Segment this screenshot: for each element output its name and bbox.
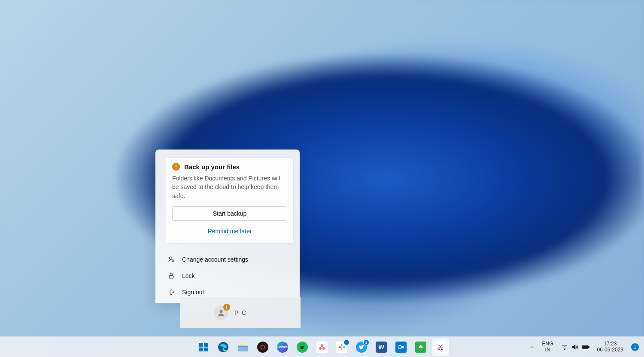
svg-point-23 xyxy=(564,349,565,349)
start-backup-button[interactable]: Start backup xyxy=(172,206,287,221)
datetime[interactable]: 17:23 06-06-2023 xyxy=(594,339,627,356)
backup-card: Back up your files Folders like Document… xyxy=(166,157,294,244)
folder-icon xyxy=(237,342,249,352)
start-button[interactable] xyxy=(195,339,212,356)
svg-point-13 xyxy=(319,347,322,350)
svg-point-19 xyxy=(398,345,401,349)
svg-point-8 xyxy=(218,342,228,352)
canva-icon[interactable]: Canva xyxy=(274,339,291,356)
svg-rect-6 xyxy=(199,348,203,351)
user-settings-icon xyxy=(167,256,175,263)
lang-top: ENG xyxy=(542,341,553,347)
svg-rect-5 xyxy=(204,343,208,347)
date-text: 06-06-2023 xyxy=(597,347,623,353)
svg-point-12 xyxy=(321,344,323,347)
file-explorer-icon[interactable] xyxy=(234,339,252,356)
system-tray: ENG IN 17:23 06-06-2023 1 xyxy=(526,337,642,357)
backup-title: Back up your files xyxy=(184,163,240,171)
svg-point-3 xyxy=(220,310,223,313)
outlook-app-icon xyxy=(395,342,407,353)
svg-rect-25 xyxy=(588,346,589,348)
asana-icon[interactable] xyxy=(313,339,331,356)
user-name: P C xyxy=(234,309,247,316)
svg-rect-16 xyxy=(343,346,345,348)
spotify-app-icon xyxy=(297,342,308,353)
user-menu-popup: Back up your files Folders like Document… xyxy=(155,150,300,303)
svg-rect-2 xyxy=(169,275,173,278)
user-avatar: ! xyxy=(214,305,228,320)
chevron-up-icon xyxy=(529,345,535,350)
canva-app-icon: Canva xyxy=(277,342,288,353)
circle-app-icon xyxy=(257,342,268,353)
svg-point-14 xyxy=(322,347,325,350)
system-icons[interactable] xyxy=(558,339,593,356)
feedly-app-icon xyxy=(415,342,426,353)
remind-later-button[interactable]: Remind me later xyxy=(172,225,287,237)
svg-rect-18 xyxy=(339,346,341,348)
svg-point-11 xyxy=(261,345,264,349)
slack-icon[interactable] xyxy=(333,339,350,356)
edge-browser-icon xyxy=(218,342,229,353)
menu-label: Sign out xyxy=(182,289,204,296)
change-account-settings-item[interactable]: Change account settings xyxy=(155,251,300,268)
svg-rect-20 xyxy=(401,346,404,348)
snip-app-icon xyxy=(435,342,446,353)
backup-header: Back up your files xyxy=(172,163,287,171)
backup-description: Folders like Documents and Pictures will… xyxy=(172,174,287,200)
time-text: 17:23 xyxy=(604,341,617,347)
avatar-warning-badge: ! xyxy=(223,304,230,311)
taskbar-center: Canva xyxy=(195,339,449,356)
user-footer[interactable]: ! P C xyxy=(180,297,301,328)
battery-icon xyxy=(582,344,589,350)
notif-badge: 1 xyxy=(631,343,639,351)
speaker-icon xyxy=(571,344,578,351)
svg-rect-26 xyxy=(583,346,588,348)
badge-icon xyxy=(343,339,349,345)
edge-icon[interactable] xyxy=(215,339,232,356)
notification-center[interactable]: 1 xyxy=(628,339,642,356)
language-indicator[interactable]: ENG IN xyxy=(539,339,557,356)
wifi-icon xyxy=(561,344,568,351)
menu-label: Change account settings xyxy=(182,256,248,263)
sign-out-icon xyxy=(167,288,175,296)
app-icon-dark[interactable] xyxy=(254,339,271,356)
svg-rect-17 xyxy=(341,348,343,350)
menu-items-list: Change account settings Lock Sign out xyxy=(155,249,300,303)
svg-rect-15 xyxy=(341,344,343,346)
word-app-icon: W xyxy=(376,342,387,353)
asana-app-icon xyxy=(316,342,328,353)
svg-rect-7 xyxy=(204,348,208,351)
tray-chevron[interactable] xyxy=(526,339,538,356)
windows-icon xyxy=(198,342,209,352)
svg-rect-4 xyxy=(199,343,203,347)
outlook-icon[interactable] xyxy=(392,339,410,356)
lock-icon xyxy=(167,272,175,280)
lang-bottom: IN xyxy=(545,347,550,353)
warning-icon xyxy=(172,163,180,171)
svg-rect-10 xyxy=(238,346,248,347)
desktop-wallpaper[interactable] xyxy=(0,0,644,357)
spotify-icon[interactable] xyxy=(294,339,311,356)
taskbar: Canva xyxy=(0,336,644,357)
svg-point-0 xyxy=(170,257,172,259)
feedly-icon[interactable] xyxy=(412,339,429,356)
lock-item[interactable]: Lock xyxy=(155,268,300,284)
twitter-icon[interactable]: 1 xyxy=(353,339,370,356)
badge-icon: 1 xyxy=(363,339,369,345)
word-icon[interactable]: W xyxy=(373,339,390,356)
snipping-tool-icon[interactable] xyxy=(432,339,449,356)
menu-label: Lock xyxy=(182,272,195,279)
